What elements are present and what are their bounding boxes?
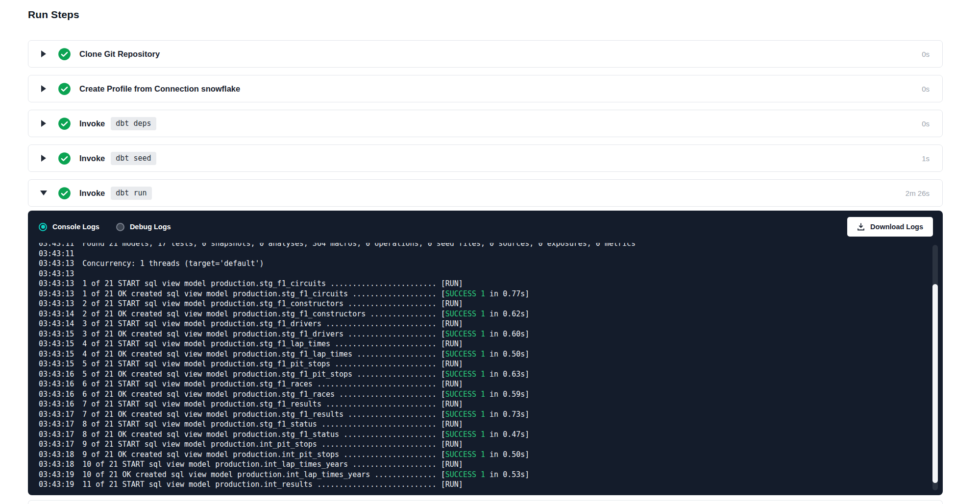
log-line: 03:43:178 of 21 START sql view model pro… bbox=[39, 419, 923, 430]
log-timestamp: 03:43:16 bbox=[39, 370, 74, 379]
log-message: 3 of 21 OK created sql view model produc… bbox=[82, 330, 445, 338]
log-line: 03:43:166 of 21 OK created sql view mode… bbox=[39, 389, 923, 400]
log-line: 03:43:11Found 21 models, 17 tests, 0 sna… bbox=[39, 243, 923, 249]
log-line: 03:43:154 of 21 START sql view model pro… bbox=[39, 339, 923, 349]
log-status-success: SUCCESS 1 bbox=[445, 370, 485, 379]
log-status-success: SUCCESS 1 bbox=[445, 310, 485, 318]
log-timestamp: 03:43:11 bbox=[39, 249, 74, 258]
log-elapsed: in 0.60s] bbox=[485, 330, 529, 338]
log-message: 5 of 21 OK created sql view model produc… bbox=[82, 370, 445, 379]
log-status-success: SUCCESS 1 bbox=[445, 450, 485, 459]
log-timestamp: 03:43:14 bbox=[39, 310, 74, 318]
log-status-success: SUCCESS 1 bbox=[445, 330, 485, 338]
console-header: Console Logs Debug Logs Download Logs bbox=[28, 211, 943, 243]
console-logs-radio[interactable]: Console Logs bbox=[39, 223, 99, 231]
step-duration: 2m 26s bbox=[906, 189, 930, 197]
log-message: 4 of 21 START sql view model production.… bbox=[82, 339, 463, 348]
log-timestamp: 03:43:17 bbox=[39, 440, 74, 449]
log-elapsed: in 0.63s] bbox=[485, 370, 529, 379]
log-line: 03:43:189 of 21 OK created sql view mode… bbox=[39, 450, 923, 460]
step-label: Invoke bbox=[79, 154, 105, 163]
log-message: 7 of 21 OK created sql view model produc… bbox=[82, 410, 445, 419]
step-command-badge: dbt run bbox=[111, 187, 151, 200]
run-step-row[interactable]: Invoke dbt run 2m 26s bbox=[28, 179, 943, 207]
log-line: 03:43:167 of 21 START sql view model pro… bbox=[39, 399, 923, 409]
log-elapsed: in 0.50s] bbox=[485, 350, 529, 359]
log-timestamp: 03:43:15 bbox=[39, 339, 74, 348]
step-command-badge: dbt seed bbox=[111, 152, 156, 165]
log-message: 4 of 21 OK created sql view model produc… bbox=[82, 350, 445, 359]
log-message: 6 of 21 OK created sql view model produc… bbox=[82, 390, 445, 399]
log-message: Found 21 models, 17 tests, 0 snapshots, … bbox=[82, 243, 636, 248]
log-timestamp: 03:43:11 bbox=[39, 243, 74, 248]
caret-icon[interactable] bbox=[40, 155, 47, 162]
radio-selected-icon[interactable] bbox=[39, 223, 47, 231]
debug-logs-radio[interactable]: Debug Logs bbox=[116, 223, 171, 231]
log-elapsed: in 0.73s] bbox=[485, 410, 529, 419]
caret-icon[interactable] bbox=[40, 120, 47, 127]
log-line: 03:43:153 of 21 OK created sql view mode… bbox=[39, 329, 923, 339]
log-status-success: SUCCESS 1 bbox=[445, 350, 485, 359]
log-message: 7 of 21 START sql view model production.… bbox=[82, 400, 463, 408]
log-line: 03:43:131 of 21 START sql view model pro… bbox=[39, 279, 923, 289]
console-log-output[interactable]: 03:43:11Found 21 models, 17 tests, 0 sna… bbox=[28, 243, 943, 495]
log-timestamp: 03:43:13 bbox=[39, 269, 74, 278]
log-timestamp: 03:43:16 bbox=[39, 380, 74, 388]
steps-list: Clone Git Repository 0s Create Profile f… bbox=[28, 40, 943, 207]
log-message: 2 of 21 OK created sql view model produc… bbox=[82, 310, 445, 318]
step-command-badge: dbt deps bbox=[111, 117, 156, 130]
log-timestamp: 03:43:17 bbox=[39, 410, 74, 419]
run-step-row[interactable]: Invoke dbt seed 1s bbox=[28, 144, 943, 172]
log-line: 03:43:165 of 21 OK created sql view mode… bbox=[39, 369, 923, 380]
log-timestamp: 03:43:16 bbox=[39, 390, 74, 399]
caret-icon[interactable] bbox=[40, 190, 47, 196]
run-step-row[interactable]: Create Profile from Connection snowflake… bbox=[28, 75, 943, 102]
caret-icon[interactable] bbox=[40, 50, 47, 57]
run-step-row[interactable]: Invoke dbt deps 0s bbox=[28, 110, 943, 137]
log-status-success: SUCCESS 1 bbox=[445, 410, 485, 419]
step-label: Invoke bbox=[79, 189, 105, 198]
log-message: Concurrency: 1 threads (target='default'… bbox=[82, 259, 264, 268]
log-status-success: SUCCESS 1 bbox=[445, 289, 485, 298]
log-elapsed: in 0.77s] bbox=[485, 289, 529, 298]
log-line: 03:43:178 of 21 OK created sql view mode… bbox=[39, 430, 923, 440]
log-message: 9 of 21 START sql view model production.… bbox=[82, 440, 463, 449]
log-message: 5 of 21 START sql view model production.… bbox=[82, 360, 463, 368]
run-steps-section: Run Steps Clone Git Repository 0s Create… bbox=[28, 0, 943, 504]
log-timestamp: 03:43:13 bbox=[39, 289, 74, 298]
log-timestamp: 03:43:13 bbox=[39, 279, 74, 288]
download-icon bbox=[857, 223, 865, 231]
log-message: 8 of 21 START sql view model production.… bbox=[82, 420, 463, 429]
download-logs-button[interactable]: Download Logs bbox=[847, 217, 933, 237]
log-line: 03:43:1910 of 21 OK created sql view mod… bbox=[39, 470, 923, 480]
step-duration: 0s bbox=[922, 85, 930, 93]
log-line: 03:43:1810 of 21 START sql view model pr… bbox=[39, 459, 923, 470]
run-step-row[interactable]: Clone Git Repository 0s bbox=[28, 40, 943, 68]
log-timestamp: 03:43:18 bbox=[39, 460, 74, 469]
log-lines: 03:43:11Found 21 models, 17 tests, 0 sna… bbox=[39, 243, 923, 490]
log-elapsed: in 0.50s] bbox=[485, 450, 529, 459]
log-message: 11 of 21 START sql view model production… bbox=[82, 480, 463, 489]
step-duration: 0s bbox=[922, 120, 930, 128]
scrollbar-thumb[interactable] bbox=[932, 284, 938, 483]
log-timestamp: 03:43:17 bbox=[39, 430, 74, 439]
step-label: Create Profile from Connection snowflake bbox=[79, 84, 240, 94]
success-check-icon bbox=[58, 117, 71, 130]
caret-icon[interactable] bbox=[40, 85, 47, 92]
success-check-icon bbox=[58, 187, 71, 200]
log-timestamp: 03:43:17 bbox=[39, 420, 74, 429]
log-timestamp: 03:43:19 bbox=[39, 470, 74, 479]
log-timestamp: 03:43:15 bbox=[39, 330, 74, 338]
log-timestamp: 03:43:19 bbox=[39, 480, 74, 489]
radio-unselected-icon[interactable] bbox=[116, 223, 124, 231]
page-title: Run Steps bbox=[28, 9, 943, 21]
log-line: 03:43:177 of 21 OK created sql view mode… bbox=[39, 409, 923, 420]
debug-logs-label: Debug Logs bbox=[130, 223, 171, 231]
log-message: 3 of 21 START sql view model production.… bbox=[82, 319, 463, 328]
log-message: 8 of 21 OK created sql view model produc… bbox=[82, 430, 445, 439]
next-step-row-partial[interactable] bbox=[28, 500, 943, 504]
scrollbar-track[interactable] bbox=[932, 245, 938, 490]
log-elapsed: in 0.53s] bbox=[485, 470, 529, 479]
log-type-tabs: Console Logs Debug Logs bbox=[39, 223, 171, 231]
log-timestamp: 03:43:18 bbox=[39, 450, 74, 459]
